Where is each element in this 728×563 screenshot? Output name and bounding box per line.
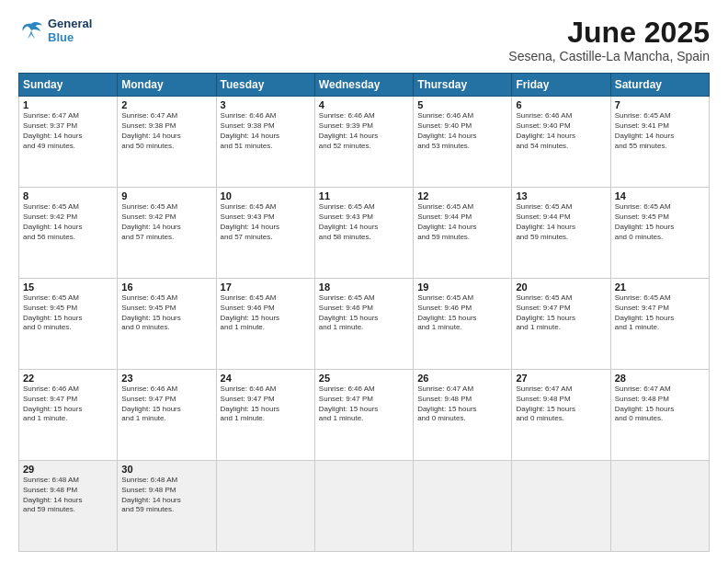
day-info: Sunrise: 6:47 AM Sunset: 9:48 PM Dayligh…	[615, 385, 705, 424]
day-info: Sunrise: 6:45 AM Sunset: 9:44 PM Dayligh…	[516, 202, 606, 242]
day-info: Sunrise: 6:46 AM Sunset: 9:47 PM Dayligh…	[319, 385, 409, 424]
day-number: 16	[121, 282, 211, 293]
logo-icon	[18, 20, 44, 40]
calendar-header-monday: Monday	[118, 74, 216, 97]
day-number: 1	[23, 99, 113, 110]
page: General Blue June 2025 Sesena, Castille-…	[0, 0, 728, 563]
calendar-cell: 16Sunrise: 6:45 AM Sunset: 9:45 PM Dayli…	[118, 279, 216, 370]
day-info: Sunrise: 6:45 AM Sunset: 9:46 PM Dayligh…	[417, 293, 507, 333]
day-number: 17	[221, 282, 311, 293]
calendar-cell: 14Sunrise: 6:45 AM Sunset: 9:45 PM Dayli…	[610, 188, 709, 279]
day-info: Sunrise: 6:47 AM Sunset: 9:37 PM Dayligh…	[23, 111, 113, 151]
day-info: Sunrise: 6:45 AM Sunset: 9:45 PM Dayligh…	[615, 202, 705, 242]
day-number: 9	[121, 190, 211, 201]
day-info: Sunrise: 6:45 AM Sunset: 9:44 PM Dayligh…	[417, 202, 507, 242]
day-info: Sunrise: 6:46 AM Sunset: 9:38 PM Dayligh…	[221, 111, 311, 151]
subtitle: Sesena, Castille-La Mancha, Spain	[508, 49, 710, 63]
day-number: 29	[23, 464, 113, 475]
calendar-cell: 18Sunrise: 6:45 AM Sunset: 9:46 PM Dayli…	[314, 279, 413, 370]
day-number: 26	[417, 373, 507, 384]
day-number: 13	[516, 190, 606, 201]
day-number: 2	[121, 99, 211, 110]
calendar-cell: 19Sunrise: 6:45 AM Sunset: 9:46 PM Dayli…	[414, 279, 512, 370]
day-info: Sunrise: 6:45 AM Sunset: 9:45 PM Dayligh…	[121, 293, 211, 333]
day-number: 21	[615, 282, 705, 293]
calendar-week-1: 1Sunrise: 6:47 AM Sunset: 9:37 PM Daylig…	[19, 97, 710, 188]
day-number: 5	[417, 99, 507, 110]
calendar-cell: 20Sunrise: 6:45 AM Sunset: 9:47 PM Dayli…	[512, 279, 610, 370]
day-info: Sunrise: 6:45 AM Sunset: 9:42 PM Dayligh…	[121, 202, 211, 242]
day-number: 6	[516, 99, 606, 110]
calendar-header-tuesday: Tuesday	[216, 74, 314, 97]
day-info: Sunrise: 6:47 AM Sunset: 9:48 PM Dayligh…	[417, 385, 507, 424]
day-number: 30	[121, 464, 211, 475]
day-info: Sunrise: 6:45 AM Sunset: 9:45 PM Dayligh…	[23, 293, 113, 333]
day-number: 28	[615, 373, 705, 384]
calendar-week-3: 15Sunrise: 6:45 AM Sunset: 9:45 PM Dayli…	[19, 279, 710, 370]
calendar-header-thursday: Thursday	[414, 74, 512, 97]
calendar-cell: 25Sunrise: 6:46 AM Sunset: 9:47 PM Dayli…	[314, 370, 413, 461]
calendar-cell: 1Sunrise: 6:47 AM Sunset: 9:37 PM Daylig…	[19, 97, 118, 188]
day-info: Sunrise: 6:45 AM Sunset: 9:42 PM Dayligh…	[23, 202, 113, 242]
calendar-cell: 4Sunrise: 6:46 AM Sunset: 9:39 PM Daylig…	[314, 97, 413, 188]
calendar-cell: 27Sunrise: 6:47 AM Sunset: 9:48 PM Dayli…	[512, 370, 610, 461]
day-info: Sunrise: 6:46 AM Sunset: 9:40 PM Dayligh…	[417, 111, 507, 151]
calendar-cell: 3Sunrise: 6:46 AM Sunset: 9:38 PM Daylig…	[216, 97, 314, 188]
calendar-cell	[512, 461, 610, 552]
day-info: Sunrise: 6:47 AM Sunset: 9:48 PM Dayligh…	[516, 385, 606, 424]
day-number: 7	[615, 99, 705, 110]
calendar-cell: 6Sunrise: 6:46 AM Sunset: 9:40 PM Daylig…	[512, 97, 610, 188]
day-number: 19	[417, 282, 507, 293]
calendar-cell	[216, 461, 314, 552]
day-number: 10	[221, 190, 311, 201]
calendar-cell: 9Sunrise: 6:45 AM Sunset: 9:42 PM Daylig…	[118, 188, 216, 279]
day-info: Sunrise: 6:45 AM Sunset: 9:46 PM Dayligh…	[319, 293, 409, 333]
calendar-cell: 15Sunrise: 6:45 AM Sunset: 9:45 PM Dayli…	[19, 279, 118, 370]
calendar-cell: 17Sunrise: 6:45 AM Sunset: 9:46 PM Dayli…	[216, 279, 314, 370]
calendar-cell: 26Sunrise: 6:47 AM Sunset: 9:48 PM Dayli…	[414, 370, 512, 461]
day-number: 14	[615, 190, 705, 201]
day-number: 20	[516, 282, 606, 293]
day-info: Sunrise: 6:45 AM Sunset: 9:47 PM Dayligh…	[615, 293, 705, 333]
calendar-cell: 28Sunrise: 6:47 AM Sunset: 9:48 PM Dayli…	[610, 370, 709, 461]
calendar-cell: 22Sunrise: 6:46 AM Sunset: 9:47 PM Dayli…	[19, 370, 118, 461]
day-info: Sunrise: 6:47 AM Sunset: 9:38 PM Dayligh…	[121, 111, 211, 151]
day-number: 12	[417, 190, 507, 201]
day-info: Sunrise: 6:46 AM Sunset: 9:47 PM Dayligh…	[23, 385, 113, 424]
calendar-cell	[414, 461, 512, 552]
day-number: 8	[23, 190, 113, 201]
day-number: 4	[319, 99, 409, 110]
calendar-week-2: 8Sunrise: 6:45 AM Sunset: 9:42 PM Daylig…	[19, 188, 710, 279]
calendar-header-friday: Friday	[512, 74, 610, 97]
logo-text: General Blue	[48, 17, 92, 44]
calendar-cell: 30Sunrise: 6:48 AM Sunset: 9:48 PM Dayli…	[118, 461, 216, 552]
calendar-cell: 24Sunrise: 6:46 AM Sunset: 9:47 PM Dayli…	[216, 370, 314, 461]
day-info: Sunrise: 6:45 AM Sunset: 9:43 PM Dayligh…	[319, 202, 409, 242]
calendar-cell: 12Sunrise: 6:45 AM Sunset: 9:44 PM Dayli…	[414, 188, 512, 279]
calendar-cell: 7Sunrise: 6:45 AM Sunset: 9:41 PM Daylig…	[610, 97, 709, 188]
day-number: 3	[221, 99, 311, 110]
day-info: Sunrise: 6:45 AM Sunset: 9:47 PM Dayligh…	[516, 293, 606, 333]
day-number: 27	[516, 373, 606, 384]
day-number: 15	[23, 282, 113, 293]
calendar-cell	[314, 461, 413, 552]
calendar-header-saturday: Saturday	[610, 74, 709, 97]
day-info: Sunrise: 6:48 AM Sunset: 9:48 PM Dayligh…	[121, 476, 211, 515]
calendar-cell	[610, 461, 709, 552]
calendar-header-sunday: Sunday	[19, 74, 118, 97]
calendar-cell: 11Sunrise: 6:45 AM Sunset: 9:43 PM Dayli…	[314, 188, 413, 279]
day-info: Sunrise: 6:48 AM Sunset: 9:48 PM Dayligh…	[23, 476, 113, 515]
day-info: Sunrise: 6:46 AM Sunset: 9:47 PM Dayligh…	[121, 385, 211, 424]
day-info: Sunrise: 6:46 AM Sunset: 9:40 PM Dayligh…	[516, 111, 606, 151]
calendar-week-5: 29Sunrise: 6:48 AM Sunset: 9:48 PM Dayli…	[19, 461, 710, 552]
calendar-table: SundayMondayTuesdayWednesdayThursdayFrid…	[18, 73, 710, 552]
day-info: Sunrise: 6:45 AM Sunset: 9:43 PM Dayligh…	[221, 202, 311, 242]
header: General Blue June 2025 Sesena, Castille-…	[18, 17, 710, 63]
calendar-cell: 2Sunrise: 6:47 AM Sunset: 9:38 PM Daylig…	[118, 97, 216, 188]
calendar-cell: 21Sunrise: 6:45 AM Sunset: 9:47 PM Dayli…	[610, 279, 709, 370]
day-number: 23	[121, 373, 211, 384]
main-title: June 2025	[508, 17, 710, 49]
calendar-cell: 5Sunrise: 6:46 AM Sunset: 9:40 PM Daylig…	[414, 97, 512, 188]
day-info: Sunrise: 6:46 AM Sunset: 9:47 PM Dayligh…	[221, 385, 311, 424]
day-number: 11	[319, 190, 409, 201]
